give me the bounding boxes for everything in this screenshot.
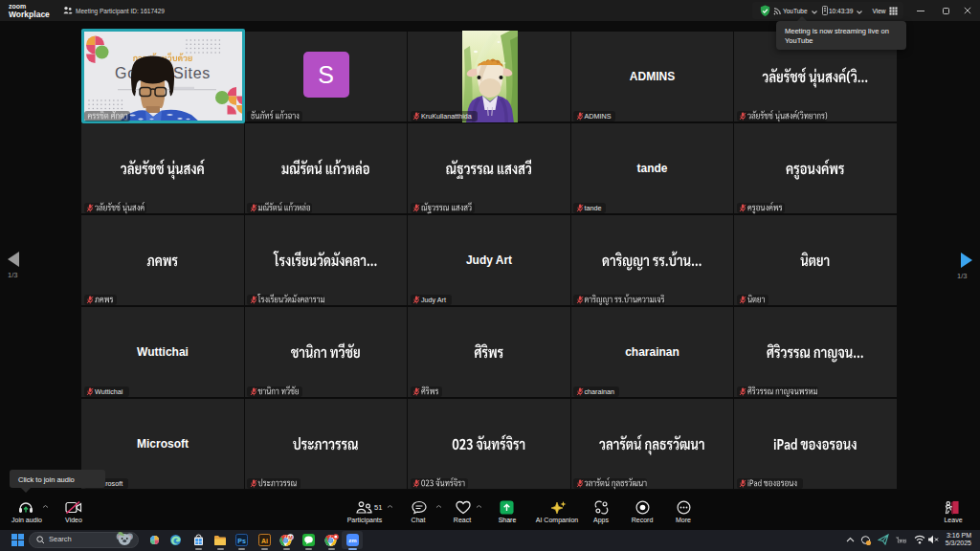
svg-text:Ps: Ps	[237, 538, 246, 544]
svg-text:Ai: Ai	[261, 538, 268, 544]
svg-text:zm: zm	[348, 538, 356, 543]
svg-text:M: M	[288, 535, 293, 540]
